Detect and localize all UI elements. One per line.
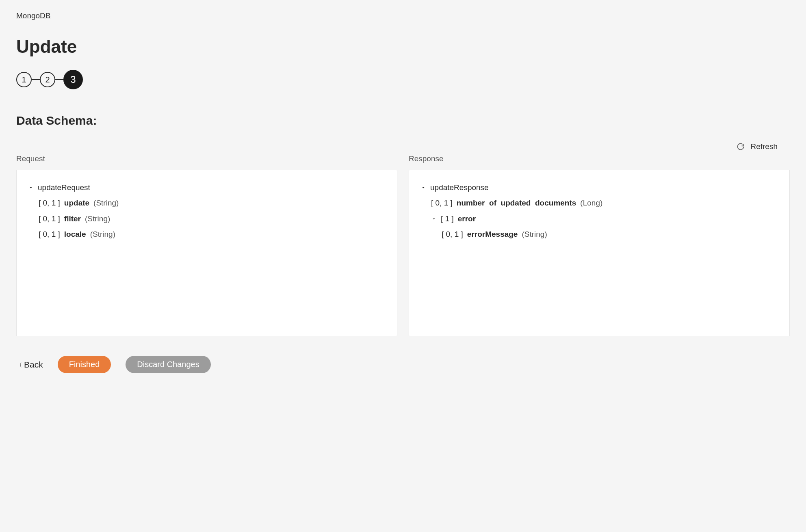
response-root-node[interactable]: updateResponse (420, 180, 778, 195)
request-label: Request (16, 154, 397, 163)
field-type: (Long) (580, 197, 602, 210)
request-column: Request updateRequest [ 0, 1 ] update (S… (16, 154, 397, 336)
field-type: (String) (522, 228, 547, 241)
response-panel: updateResponse [ 0, 1 ] number_of_update… (409, 170, 790, 336)
back-label: Back (24, 360, 43, 370)
chevron-down-icon (431, 216, 437, 222)
field-type: (String) (93, 197, 119, 210)
footer-actions: ⟨ Back Finished Discard Changes (16, 356, 790, 373)
field-name: number_of_updated_documents (457, 197, 576, 210)
chevron-left-icon: ⟨ (20, 361, 22, 368)
request-field[interactable]: [ 0, 1 ] update (String) (39, 195, 386, 211)
discard-changes-button[interactable]: Discard Changes (126, 356, 210, 373)
request-root-node[interactable]: updateRequest (28, 180, 386, 195)
field-name: error (458, 212, 476, 225)
field-cardinality: [ 0, 1 ] (442, 228, 463, 241)
refresh-label: Refresh (750, 142, 778, 151)
step-3[interactable]: 3 (63, 70, 83, 89)
field-cardinality: [ 0, 1 ] (39, 212, 60, 225)
request-panel: updateRequest [ 0, 1 ] update (String) [… (16, 170, 397, 336)
field-cardinality: [ 1 ] (441, 212, 454, 225)
breadcrumb-link[interactable]: MongoDB (16, 11, 51, 20)
chevron-down-icon (28, 185, 34, 190)
response-field[interactable]: [ 0, 1 ] number_of_updated_documents (Lo… (431, 195, 778, 211)
field-type: (String) (85, 212, 110, 225)
field-cardinality: [ 0, 1 ] (39, 197, 60, 210)
request-field[interactable]: [ 0, 1 ] filter (String) (39, 211, 386, 227)
finished-button[interactable]: Finished (58, 356, 111, 373)
request-root-name: updateRequest (38, 181, 90, 194)
field-type: (String) (90, 228, 115, 241)
request-field[interactable]: [ 0, 1 ] locale (String) (39, 227, 386, 242)
field-name: errorMessage (467, 228, 518, 241)
field-cardinality: [ 0, 1 ] (431, 197, 453, 210)
response-nested-node[interactable]: [ 1 ] error (431, 211, 778, 227)
chevron-down-icon (420, 185, 426, 190)
response-nested-field[interactable]: [ 0, 1 ] errorMessage (String) (442, 227, 778, 242)
response-root-name: updateResponse (430, 181, 489, 194)
step-1[interactable]: 1 (16, 72, 32, 87)
step-connector (32, 79, 40, 80)
field-name: locale (64, 228, 86, 241)
field-name: filter (64, 212, 81, 225)
response-column: Response updateResponse [ 0, 1 ] number_… (409, 154, 790, 336)
step-2[interactable]: 2 (40, 72, 55, 87)
refresh-button[interactable]: Refresh (737, 142, 778, 151)
response-label: Response (409, 154, 790, 163)
back-button[interactable]: ⟨ Back (20, 360, 43, 370)
page-title: Update (16, 37, 790, 57)
wizard-stepper: 1 2 3 (16, 70, 790, 89)
field-cardinality: [ 0, 1 ] (39, 228, 60, 241)
field-name: update (64, 197, 89, 210)
section-heading: Data Schema: (16, 114, 790, 128)
step-connector (55, 79, 63, 80)
refresh-icon (737, 143, 745, 151)
